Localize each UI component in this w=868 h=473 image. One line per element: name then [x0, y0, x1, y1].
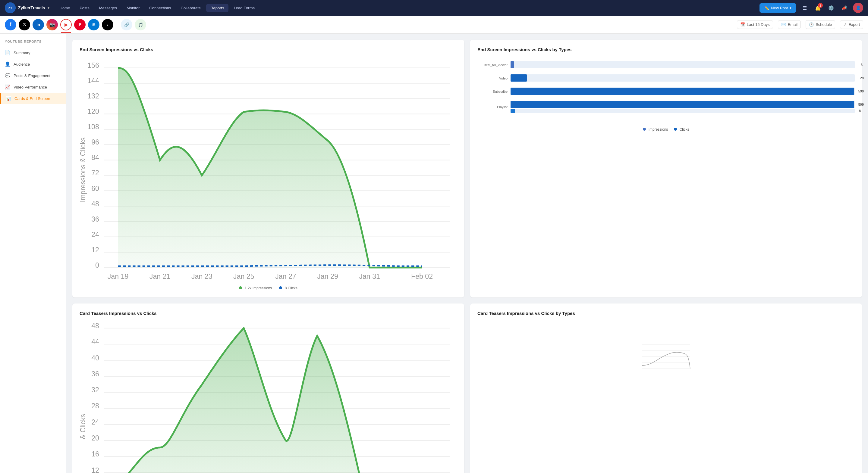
bar-row-subscribe: Subscribe 599 [477, 88, 855, 96]
email-button[interactable]: ✉️ Email [778, 20, 801, 29]
card-teasers-line-chart-title: Card Teasers Impressions vs Clicks [80, 311, 457, 316]
sidebar-section-label: YOUTUBE REPORTS [0, 40, 66, 47]
schedule-button[interactable]: 🕐 Schedule [806, 20, 835, 29]
svg-text:108: 108 [87, 123, 99, 131]
svg-text:84: 84 [91, 154, 99, 162]
nav-actions: ✏️ New Post ▾ ☰ 🔔 2 ⚙️ 📣 👤 [760, 3, 863, 13]
clicks-legend-item: 8 Clicks [279, 286, 297, 290]
svg-text:48: 48 [91, 322, 99, 330]
bar-impressions-label: Impressions [649, 127, 668, 132]
svg-text:16: 16 [91, 450, 99, 458]
brand-logo: ZT [5, 2, 16, 13]
svg-text:Jan 31: Jan 31 [359, 272, 380, 280]
export-button[interactable]: ↗ Export [840, 20, 863, 29]
svg-text:120: 120 [87, 107, 99, 115]
twitter-x-icon[interactable]: 𝕏 [19, 19, 30, 30]
link-icon[interactable]: 🔗 [121, 19, 132, 30]
bar-label-video: Video [477, 76, 507, 80]
bar-impressions-best-for-viewer [510, 61, 514, 68]
svg-text:Jan 25: Jan 25 [233, 272, 254, 280]
sidebar-label-posts-engagement: Posts & Engagement [13, 73, 50, 78]
dropdown-chevron-icon: ▾ [789, 6, 792, 10]
svg-text:20: 20 [91, 434, 99, 442]
svg-text:& Clicks: & Clicks [80, 414, 87, 439]
bar-label-best-for-viewer: Best_for_viewer [477, 63, 507, 67]
date-range-label: Last 15 Days [747, 22, 770, 27]
end-screen-line-svg: 0 12 24 36 48 60 72 84 96 108 120 132 14… [80, 58, 457, 281]
end-screen-line-chart-wrap: 0 12 24 36 48 60 72 84 96 108 120 132 14… [80, 58, 457, 282]
sidebar-item-cards-end-screen[interactable]: 📊 Cards & End Screen [0, 93, 66, 104]
menu-icon-button[interactable]: ☰ [800, 3, 809, 13]
bar-row-best-for-viewer: Best_for_viewer 6 [477, 61, 855, 69]
nav-collaborate[interactable]: Collaborate [177, 4, 205, 12]
nav-messages[interactable]: Messages [95, 4, 121, 12]
main-layout: YOUTUBE REPORTS 📄 Summary 👤 Audience 💬 P… [0, 34, 868, 473]
nav-home[interactable]: Home [56, 4, 74, 12]
microsoft-icon[interactable]: ⊞ [88, 19, 99, 30]
pinterest-icon[interactable]: 𝐏 [74, 19, 86, 30]
bar-impressions-video [510, 74, 527, 81]
schedule-label: Schedule [815, 22, 832, 27]
nav-posts[interactable]: Posts [75, 4, 94, 12]
new-post-button[interactable]: ✏️ New Post ▾ [760, 3, 796, 13]
linkedin-icon[interactable]: in [33, 19, 44, 30]
date-range-button[interactable]: 📅 Last 15 Days [737, 20, 773, 29]
svg-text:Feb 02: Feb 02 [411, 272, 433, 280]
sidebar-label-video-performance: Video Performance [13, 85, 47, 90]
menu-icon: ☰ [803, 5, 807, 11]
svg-text:156: 156 [87, 61, 99, 69]
youtube-icon[interactable]: ▶ [60, 19, 72, 30]
card-teasers-bar-chart: Card Teasers Impressions vs Clicks by Ty… [470, 303, 862, 473]
end-screen-impressions-clicks-chart: End Screen Impressions vs Clicks 0 12 24… [72, 40, 464, 298]
brand-chevron-icon: ▾ [48, 6, 50, 10]
tiktok-icon[interactable]: ♪ [102, 19, 113, 30]
facebook-icon[interactable]: f [5, 19, 16, 30]
svg-text:60: 60 [91, 184, 99, 192]
svg-text:44: 44 [91, 338, 99, 346]
clock-icon: 🕐 [809, 22, 814, 27]
bar-impressions-subscribe [510, 88, 854, 95]
svg-text:144: 144 [87, 77, 99, 85]
sidebar: YOUTUBE REPORTS 📄 Summary 👤 Audience 💬 P… [0, 34, 66, 473]
sidebar-item-audience[interactable]: 👤 Audience [0, 59, 66, 70]
card-teasers-bar-empty [477, 322, 855, 382]
settings-icon-button[interactable]: ⚙️ [827, 3, 836, 13]
export-label: Export [848, 22, 860, 27]
svg-text:Jan 29: Jan 29 [317, 272, 338, 280]
svg-text:36: 36 [91, 215, 99, 223]
svg-text:96: 96 [91, 138, 99, 146]
nav-connections[interactable]: Connections [145, 4, 175, 12]
user-avatar[interactable]: 👤 [853, 3, 863, 13]
video-performance-icon: 📈 [5, 84, 10, 90]
main-content: End Screen Impressions vs Clicks 0 12 24… [66, 34, 868, 473]
new-post-label: New Post [771, 6, 788, 10]
sidebar-label-summary: Summary [13, 50, 30, 55]
nav-reports[interactable]: Reports [206, 4, 228, 12]
megaphone-icon: 📣 [841, 5, 847, 11]
bar-value-best-for-viewer-impressions: 6 [861, 63, 863, 67]
music-icon[interactable]: 🎵 [135, 19, 146, 30]
broadcast-icon-button[interactable]: 📣 [840, 3, 849, 13]
notification-bell-button[interactable]: 🔔 2 [813, 3, 823, 13]
sidebar-item-summary[interactable]: 📄 Summary [0, 47, 66, 59]
nav-monitor[interactable]: Monitor [122, 4, 144, 12]
sidebar-item-video-performance[interactable]: 📈 Video Performance [0, 81, 66, 93]
svg-text:24: 24 [91, 231, 99, 238]
brand-name: ZylkerTravels [18, 5, 45, 10]
end-screen-bar-wrap: Best_for_viewer 6 Video [477, 58, 855, 121]
brand-logo-area[interactable]: ZT ZylkerTravels ▾ [5, 2, 50, 13]
email-label: Email [788, 22, 798, 27]
svg-text:ZT: ZT [8, 6, 12, 10]
nav-lead-forms[interactable]: Lead Forms [230, 4, 259, 12]
posts-engagement-icon: 💬 [5, 73, 10, 78]
bar-impressions-dot [643, 128, 646, 131]
bar-impressions-legend: Impressions [643, 127, 668, 132]
card-teasers-line-wrap: 0 4 8 12 16 20 24 28 32 36 40 44 48 [80, 322, 457, 473]
svg-text:40: 40 [91, 354, 99, 362]
svg-text:Jan 27: Jan 27 [275, 272, 296, 280]
svg-text:12: 12 [91, 466, 99, 473]
instagram-icon[interactable]: 📷 [46, 19, 58, 30]
sidebar-item-posts-engagement[interactable]: 💬 Posts & Engagement [0, 70, 66, 81]
bar-value-video-impressions: 28 [860, 76, 864, 80]
svg-text:28: 28 [91, 402, 99, 410]
